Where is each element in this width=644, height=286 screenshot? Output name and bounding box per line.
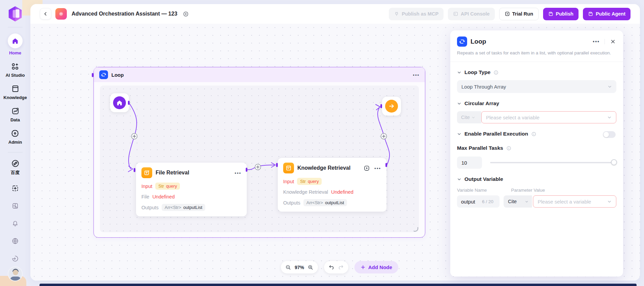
loop-type-select[interactable]: Loop Through Array: [457, 80, 616, 93]
logout-button[interactable]: [11, 255, 19, 264]
trial-run-label: Trial Run: [512, 11, 533, 17]
notifications-button[interactable]: [11, 220, 19, 229]
close-panel-button[interactable]: [610, 38, 616, 45]
outputs-label: Outputs: [283, 200, 300, 206]
enable-parallel-label: Enable Parallel Execution: [464, 131, 528, 137]
back-button[interactable]: [40, 8, 51, 20]
sidebar-item-baidu[interactable]: 百度: [11, 159, 20, 176]
publish-as-mcp-button[interactable]: Publish as MCP: [389, 8, 444, 20]
file-value: Undefined: [152, 194, 175, 199]
variable-name-field: 6 / 20: [457, 195, 500, 208]
publish-button[interactable]: Publish: [543, 8, 579, 20]
max-parallel-tasks-row: [457, 157, 616, 169]
loop-input-port[interactable]: [92, 73, 93, 77]
panel-title: Loop: [471, 38, 486, 45]
parallel-execution-toggle[interactable]: [603, 131, 616, 138]
slider-handle[interactable]: [611, 159, 617, 165]
parallel-section-header: Enable Parallel Execution: [457, 131, 616, 137]
chevron-down-icon[interactable]: [457, 101, 461, 106]
bottom-edge-bar: [39, 284, 637, 286]
zoom-out-icon[interactable]: [285, 264, 291, 270]
sidebar-item-knowledge[interactable]: Knowledge: [3, 85, 27, 100]
data-chart-icon: [11, 107, 20, 115]
add-node-button[interactable]: Add Node: [354, 261, 398, 273]
file-node-input-port[interactable]: [134, 168, 135, 172]
knowledge-retrieval-node[interactable]: Knowledge Retrieval ••• Input Str query: [278, 158, 386, 212]
chevron-down-icon[interactable]: [457, 177, 461, 182]
sidebar-item-ai-studio[interactable]: AI Studio: [5, 62, 25, 78]
loop-group-header[interactable]: Loop •••: [94, 67, 425, 82]
public-agent-button[interactable]: Public Agent: [583, 8, 630, 20]
variable-placeholder: Please select a variable: [486, 115, 539, 120]
input-label: Input: [141, 184, 152, 189]
close-icon: [610, 39, 616, 44]
panel-menu-button[interactable]: •••: [593, 39, 600, 44]
run-node-button[interactable]: [363, 164, 370, 172]
undo-icon[interactable]: [328, 264, 334, 270]
topbar: Advanced Orchestration Assistant — 123 P…: [30, 4, 640, 24]
input-badge: Str query: [297, 178, 322, 185]
brand-logo-icon: [7, 5, 24, 22]
max-parallel-tasks-input[interactable]: [457, 157, 482, 169]
agent-app-icon: [55, 8, 67, 20]
collect-plus-button[interactable]: [11, 185, 19, 193]
sidebar-divider: [8, 152, 23, 152]
chevron-down-icon: [472, 116, 475, 119]
file-node-output-port[interactable]: [246, 168, 247, 172]
knowledge-retrieval-menu-button[interactable]: •••: [374, 166, 381, 171]
panel-header: Loop •••: [457, 30, 616, 47]
loop-start-node[interactable]: [110, 93, 129, 112]
file-retrieval-header: File Retrieval •••: [141, 167, 241, 178]
book-icon: [11, 85, 20, 93]
loop-config-panel: Loop ••• Repeats a set of tasks for each…: [450, 30, 623, 277]
plug-icon: [394, 11, 399, 17]
chevron-down-icon[interactable]: [457, 132, 461, 136]
knowledge-retrieval-icon: [283, 163, 294, 173]
panel-description: Repeats a set of tasks for each item in …: [457, 50, 616, 56]
home-icon: [11, 37, 19, 45]
circular-array-variable-select[interactable]: Please select a variable: [481, 111, 616, 123]
file-input-row: Input Str query: [141, 183, 241, 190]
output-variable-select[interactable]: Please select a variable: [533, 195, 616, 208]
sidebar-item-home[interactable]: [8, 33, 23, 48]
circular-array-section-header: Circular Array: [457, 100, 616, 106]
output-variable-section-header: Output Variable: [457, 176, 616, 182]
end-node-input-port[interactable]: [380, 104, 382, 108]
zoom-in-icon[interactable]: [307, 264, 314, 270]
trial-run-button[interactable]: Trial Run: [499, 8, 539, 20]
parameter-type-select[interactable]: Cite: [504, 195, 532, 208]
api-console-button[interactable]: API Console: [448, 8, 494, 20]
language-button[interactable]: [11, 237, 19, 246]
publish-as-mcp-label: Publish as MCP: [402, 11, 438, 17]
sidebar-item-admin[interactable]: Admin: [8, 129, 22, 145]
loop-group-menu-button[interactable]: •••: [413, 72, 420, 77]
header-divider: [605, 39, 605, 44]
sidebar-item-baidu-label: 百度: [11, 170, 20, 176]
loop-type-label: Loop Type: [464, 69, 490, 75]
file-retrieval-menu-button[interactable]: •••: [235, 170, 241, 175]
max-parallel-tasks-slider[interactable]: [490, 162, 616, 163]
file-retrieval-node[interactable]: File Retrieval ••• Input Str query File …: [136, 163, 247, 216]
sidebar-item-data-label: Data: [10, 117, 20, 122]
knowledge-outputs-row: Outputs Arr<Str> outputList: [283, 199, 381, 206]
plus-icon: [360, 265, 366, 270]
palette-button[interactable]: [11, 202, 19, 211]
knowledge-node-input-port[interactable]: [276, 163, 278, 167]
play-square-icon: [505, 11, 510, 17]
variable-name-input[interactable]: [461, 199, 480, 205]
start-circle: [113, 96, 126, 109]
knowledge-node-output-port[interactable]: [385, 163, 387, 167]
publish-label: Publish: [556, 11, 573, 17]
chevron-down-icon[interactable]: [457, 70, 461, 75]
redo-icon[interactable]: [338, 264, 344, 270]
api-console-label: API Console: [461, 11, 489, 17]
sidebar-item-data[interactable]: Data: [10, 107, 20, 122]
start-node-output-port[interactable]: [128, 101, 130, 105]
loop-end-node[interactable]: [382, 97, 401, 116]
end-circle: [385, 100, 398, 113]
user-avatar[interactable]: [8, 266, 23, 281]
cite-type-select[interactable]: Cite: [457, 111, 481, 123]
bell-icon: [11, 220, 19, 227]
zoom-controls: 97%: [281, 261, 318, 273]
settings-button[interactable]: [181, 9, 190, 18]
